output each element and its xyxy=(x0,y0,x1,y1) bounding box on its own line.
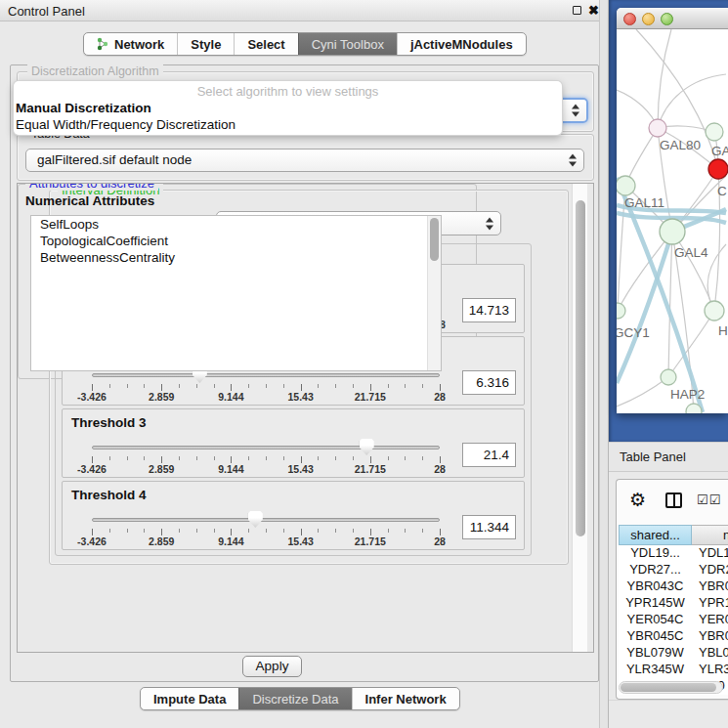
table-data-group: Table Data galFiltered.sif default node xyxy=(17,134,594,181)
network-node[interactable] xyxy=(661,369,676,385)
network-node[interactable] xyxy=(617,303,625,319)
threshold-slider[interactable] xyxy=(92,511,440,529)
network-node[interactable] xyxy=(706,123,723,141)
slider-track[interactable] xyxy=(92,518,440,522)
tab-label: Network xyxy=(114,37,164,52)
attribute-list-item[interactable]: BetweennessCentrality xyxy=(31,249,441,266)
slider-thumb-icon[interactable] xyxy=(360,439,374,455)
threshold-label: Threshold 4 xyxy=(71,488,147,502)
tab-jactivemnodules[interactable]: jActiveMNodules xyxy=(397,33,526,55)
network-node[interactable] xyxy=(617,176,635,195)
combo-stepper-icon xyxy=(569,154,577,167)
cell-shared-name: YBL079W xyxy=(619,645,692,662)
column-header-shared-name[interactable]: shared... xyxy=(619,525,692,545)
network-node-label: HAP2 xyxy=(670,387,705,402)
network-canvas[interactable]: GAL80GACGAL11GAL4GCY1HHAP2 xyxy=(617,29,728,413)
vertical-scrollbar[interactable] xyxy=(572,184,587,652)
table-row[interactable]: YBR043CYBR0 xyxy=(619,578,728,595)
network-node-label: GCY1 xyxy=(617,325,650,340)
tab-network[interactable]: Network xyxy=(84,33,177,55)
attributes-group-title: Attributes to discretize xyxy=(25,183,158,191)
node-table: shared... n YDL19...YDL1YDR27...YDR2YBR0… xyxy=(619,525,728,695)
threshold-value-field[interactable]: 11.344 xyxy=(462,515,516,539)
threshold-panel: Threshold 4 -3.4262.8599.14415.4321.7152… xyxy=(62,481,525,550)
threshold-slider[interactable] xyxy=(92,439,440,456)
dropdown-option[interactable]: Manual Discretization xyxy=(14,100,562,116)
attribute-list-item[interactable]: SelfLoops xyxy=(31,216,441,233)
combo-stepper-icon xyxy=(572,105,579,117)
tab-cyni-toolbox[interactable]: Cyni Toolbox xyxy=(298,33,397,55)
algorithm-dropdown-popup: Select algorithm to view settings Manual… xyxy=(14,81,562,135)
numerical-attributes-list[interactable]: SelfLoopsTopologicalCoefficientBetweenne… xyxy=(30,215,442,371)
scale-label: 21.715 xyxy=(355,463,386,475)
apply-button[interactable]: Apply xyxy=(242,656,302,677)
table-data-combobox[interactable]: galFiltered.sif default node xyxy=(25,149,584,172)
columns-icon[interactable] xyxy=(665,492,682,508)
network-node[interactable] xyxy=(660,219,685,244)
table-row[interactable]: YBR045CYBR0 xyxy=(619,628,728,645)
close-traffic-light-icon[interactable] xyxy=(623,13,636,25)
network-node[interactable] xyxy=(649,119,666,137)
slider-track[interactable] xyxy=(92,373,440,377)
table-panel-titlebar: Table Panel xyxy=(609,442,728,472)
table-row[interactable]: YPR145WYPR1 xyxy=(619,595,728,612)
table-row[interactable]: YER054CYER0 xyxy=(619,612,728,628)
tab-infer-network[interactable]: Infer Network xyxy=(352,688,459,709)
cell-name: YDL1 xyxy=(692,545,728,562)
dropdown-option[interactable]: Equal Width/Frequency Discretization xyxy=(14,116,562,133)
tab-discretize-data[interactable]: Discretize Data xyxy=(238,688,351,709)
cell-shared-name: YDR27... xyxy=(619,562,692,578)
gear-icon[interactable]: ⚙ xyxy=(629,489,646,511)
network-node[interactable] xyxy=(686,404,702,413)
tab-label: jActiveMNodules xyxy=(410,37,513,52)
threshold-value-field[interactable]: 6.316 xyxy=(462,370,516,395)
table-row[interactable]: YDR27...YDR2 xyxy=(619,562,728,578)
slider-thumb-icon[interactable] xyxy=(248,511,263,528)
panel-splitter[interactable] xyxy=(599,0,609,728)
scrollbar-thumb[interactable] xyxy=(576,200,585,536)
slider-scale-labels: -3.4262.8599.14415.4321.71528 xyxy=(92,535,440,547)
close-icon[interactable]: ✖ xyxy=(588,3,599,18)
table-row[interactable]: YBL079WYBL0 xyxy=(619,645,728,662)
scale-label: 2.859 xyxy=(149,463,174,475)
network-node-label: GAL80 xyxy=(660,138,701,152)
scale-label: -3.426 xyxy=(77,391,107,403)
network-node[interactable] xyxy=(708,159,728,179)
scale-label: 21.715 xyxy=(355,391,386,403)
scale-label: 2.859 xyxy=(149,535,174,547)
table-panel-body: ⚙ ☑☑ shared... n YDL19...YDL1YDR27...YDR… xyxy=(609,472,728,700)
cell-shared-name: YPR145W xyxy=(619,595,692,612)
tab-select[interactable]: Select xyxy=(234,33,297,55)
zoom-traffic-light-icon[interactable] xyxy=(661,13,673,25)
tab-label: Style xyxy=(191,37,221,52)
scale-label: 28 xyxy=(434,463,446,475)
table-data-selected-value: galFiltered.sif default node xyxy=(37,152,192,167)
network-node[interactable] xyxy=(705,301,724,321)
slider-track[interactable] xyxy=(92,446,440,450)
list-scrollbar[interactable] xyxy=(427,216,441,370)
table-row[interactable]: YDL19...YDL1 xyxy=(619,545,728,562)
select-columns-checkboxes-icon[interactable]: ☑☑ xyxy=(697,492,721,507)
column-header-name[interactable]: n xyxy=(692,525,728,545)
network-icon xyxy=(97,37,109,51)
control-panel-title: Control Panel xyxy=(8,4,85,19)
tab-style[interactable]: Style xyxy=(177,33,234,55)
discretization-algorithm-group-title: Discretization Algorithm xyxy=(27,64,163,79)
cell-name: YLR3 xyxy=(692,662,728,678)
threshold-value-field[interactable]: 21.4 xyxy=(462,443,516,467)
attribute-list-item[interactable]: TopologicalCoefficient xyxy=(31,233,441,249)
slider-major-ticks xyxy=(92,384,442,391)
threshold-value-field[interactable]: 14.713 xyxy=(462,298,516,322)
network-view-window[interactable]: GAL80GACGAL11GAL4GCY1HHAP2 xyxy=(617,8,728,413)
scale-label: 9.144 xyxy=(218,391,243,403)
threshold-label: Threshold 3 xyxy=(71,415,147,430)
float-window-icon[interactable] xyxy=(573,6,581,15)
dropdown-placeholder-item[interactable]: Select algorithm to view settings xyxy=(14,83,562,100)
tab-impute-data[interactable]: Impute Data xyxy=(141,688,238,709)
horizontal-scrollbar[interactable] xyxy=(619,681,723,694)
network-node-label: H xyxy=(718,323,728,338)
table-row[interactable]: YLR345WYLR3 xyxy=(619,662,728,678)
scale-label: 15.43 xyxy=(287,463,313,475)
tab-label: Infer Network xyxy=(365,692,447,707)
minimize-traffic-light-icon[interactable] xyxy=(642,13,655,25)
